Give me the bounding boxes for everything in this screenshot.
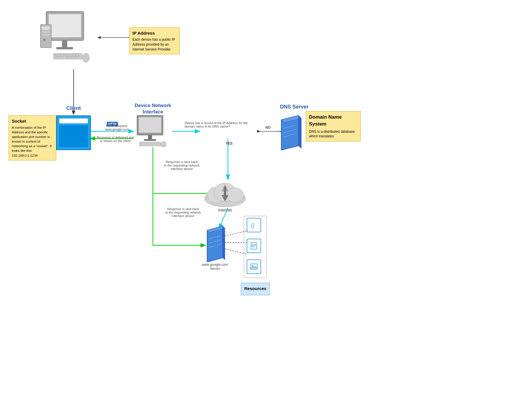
svg-rect-19 (62, 40, 67, 48)
response-back-1-label: Response is sent backto the requesting n… (163, 160, 201, 171)
svg-point-55 (226, 188, 244, 202)
svg-line-14 (222, 231, 247, 237)
ip-address-body: Each device has a public IP Address prov… (132, 37, 177, 52)
dns-server-icon (278, 114, 301, 152)
svg-rect-42 (148, 135, 152, 140)
dns-box: Domain Name System DNS is a distributed … (306, 111, 361, 141)
resource-border (244, 216, 267, 278)
svg-rect-18 (48, 14, 81, 38)
dns-box-body: DNS is a distributed database which tran… (309, 129, 357, 139)
svg-point-45 (161, 141, 166, 147)
diagram: IP Address Each device has a public IP A… (0, 0, 532, 400)
svg-rect-23 (42, 31, 50, 33)
svg-marker-48 (299, 115, 301, 149)
cloud-icon (202, 178, 248, 207)
svg-rect-29 (60, 54, 62, 55)
svg-rect-22 (42, 27, 50, 30)
google-server-label: www.google.com Server (198, 263, 232, 271)
svg-rect-37 (65, 56, 79, 57)
no-label: NO (265, 126, 271, 130)
svg-rect-35 (77, 54, 80, 55)
dns-check-label: Device has a record of the IP Address fo… (185, 121, 248, 128)
svg-rect-27 (54, 54, 57, 55)
svg-rect-24 (42, 34, 50, 36)
svg-marker-60 (223, 226, 225, 260)
internet-label: Internet (208, 208, 242, 212)
dns-server-label: DNS Server (274, 104, 314, 110)
resources-box: Resources (241, 283, 270, 295)
svg-rect-20 (56, 47, 73, 49)
socket-body: A combination of the IP Address and the … (12, 125, 53, 158)
network-interface-icon (131, 114, 169, 147)
response-back-2-label: Response is sent backto the requesting n… (164, 207, 203, 218)
svg-rect-30 (63, 54, 65, 55)
svg-rect-36 (55, 56, 63, 57)
device-network-interface-label: Device NetworkInterface (130, 102, 176, 115)
google-server-icon (205, 225, 225, 262)
svg-rect-31 (66, 54, 68, 55)
svg-rect-44 (139, 142, 161, 146)
computer-icon (38, 9, 95, 66)
resources-title: Resources (244, 285, 267, 291)
client-block (56, 115, 91, 150)
client-label: Client (50, 105, 97, 111)
svg-rect-34 (74, 54, 77, 55)
dns-box-title: Domain Name System (309, 114, 357, 128)
svg-line-16 (222, 248, 247, 254)
ip-address-box: IP Address Each device has a public IP A… (129, 27, 180, 54)
svg-rect-33 (72, 54, 74, 55)
yes-label: YES (226, 141, 233, 145)
svg-rect-28 (57, 54, 59, 55)
http-request-label: HTTP Request: www.google.com (98, 124, 136, 131)
svg-rect-32 (69, 54, 71, 55)
response-delivered-label: Response is delivered and is shown on th… (95, 136, 136, 143)
svg-point-25 (43, 39, 46, 41)
ip-address-title: IP Address (132, 30, 177, 36)
socket-title: Socket (12, 118, 53, 124)
socket-box: Socket A combination of the IP Address a… (9, 115, 56, 160)
svg-rect-43 (144, 139, 156, 141)
svg-rect-41 (139, 117, 161, 133)
